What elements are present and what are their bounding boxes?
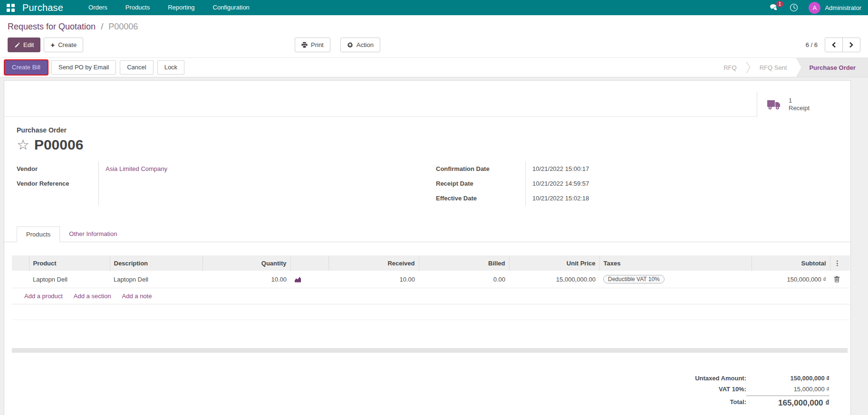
statusbar: Create Bill Send PO by Email Cancel Lock…: [0, 57, 868, 77]
optional-columns-toggle[interactable]: ⋮: [830, 255, 850, 271]
status-step-rfq-sent[interactable]: RFQ Sent: [751, 58, 796, 77]
add-a-note-link[interactable]: Add a note: [122, 292, 152, 300]
notebook-tabs: Products Other Information: [4, 226, 850, 242]
form-sheet: 1 Receipt Purchase Order ☆ P00006 Vendor…: [4, 80, 851, 415]
add-a-section-link[interactable]: Add a section: [74, 292, 111, 300]
receipt-label: Receipt: [789, 104, 810, 112]
cancel-button[interactable]: Cancel: [120, 60, 153, 75]
nav-menu-orders[interactable]: Orders: [79, 0, 116, 15]
effective-date-value: 10/21/2022 15:02:18: [525, 191, 838, 206]
receipt-smart-button[interactable]: 1 Receipt: [757, 92, 850, 117]
app-brand[interactable]: Purchase: [22, 2, 63, 13]
status-step-purchase-order[interactable]: Purchase Order: [796, 58, 868, 77]
pager-count: 6 / 6: [806, 41, 818, 48]
avatar: A: [809, 2, 820, 14]
order-lines-table: Product Description Quantity Received Bi…: [12, 255, 850, 336]
forecast-chart-icon[interactable]: [294, 276, 325, 283]
status-step-rfq[interactable]: RFQ: [714, 58, 745, 77]
messages-count-badge: 1: [776, 1, 784, 7]
create-button-label: Create: [58, 41, 77, 49]
taxes-column-header: Taxes: [599, 255, 752, 271]
create-button[interactable]: + Create: [44, 38, 83, 52]
page-title: P00006: [34, 137, 83, 153]
subtotal-column-header: Subtotal: [752, 255, 830, 271]
forecast-column-header: [290, 255, 328, 271]
trash-icon[interactable]: [834, 276, 846, 283]
table-add-row: Add a product Add a section Add a note: [12, 288, 850, 304]
untaxed-amount-value: 150,000,000 ₫: [746, 373, 829, 384]
empty-row: [12, 320, 850, 336]
vendor-label: Vendor: [17, 161, 98, 176]
action-button-label: Action: [357, 41, 374, 49]
row-handle-cell[interactable]: [12, 271, 29, 288]
plus-icon: +: [50, 42, 55, 48]
vat-label: VAT 10%:: [695, 384, 746, 395]
create-bill-button[interactable]: Create Bill: [5, 60, 48, 75]
product-column-header: Product: [29, 255, 110, 271]
taxes-cell[interactable]: Deductible VAT 10%: [599, 271, 752, 288]
nav-menu-reporting[interactable]: Reporting: [159, 0, 203, 15]
description-cell[interactable]: Laptopn Dell: [110, 271, 203, 288]
favorite-star-icon[interactable]: ☆: [17, 138, 29, 152]
gear-icon: [347, 42, 353, 48]
form-view-area: 1 Receipt Purchase Order ☆ P00006 Vendor…: [0, 77, 868, 415]
chevron-left-icon: [831, 42, 836, 48]
vendor-reference-value: [98, 176, 419, 191]
product-cell[interactable]: Laptopn Dell: [29, 271, 110, 288]
breadcrumb-current: P00006: [108, 22, 138, 31]
smart-button-box: 1 Receipt: [4, 81, 850, 117]
edit-button-label: Edit: [23, 41, 34, 49]
vendor-link[interactable]: Asia Limited Company: [106, 165, 167, 172]
table-header-row: Product Description Quantity Received Bi…: [12, 255, 850, 271]
apps-menu-icon[interactable]: [7, 4, 15, 12]
nav-menu-configuration[interactable]: Configuration: [204, 0, 259, 15]
pager-previous-button[interactable]: [825, 38, 843, 52]
tab-products[interactable]: Products: [17, 226, 60, 242]
edit-button[interactable]: Edit: [8, 38, 40, 52]
received-cell[interactable]: 10.00: [328, 271, 419, 288]
messages-button[interactable]: 1: [770, 4, 779, 11]
table-row: Laptopn Dell Laptopn Dell 10.00 10.00 0.…: [12, 271, 850, 288]
truck-icon: [767, 99, 781, 110]
receipt-count: 1: [789, 97, 810, 104]
top-navbar: Purchase Orders Products Reporting Confi…: [0, 0, 868, 15]
unit-price-cell[interactable]: 15,000,000.00: [509, 271, 599, 288]
user-menu[interactable]: A Administrator: [809, 2, 861, 14]
vat-value: 15,000,000 ₫: [746, 384, 829, 395]
print-button-label: Print: [311, 41, 324, 49]
breadcrumb-parent-link[interactable]: Requests for Quotation: [8, 22, 96, 31]
breadcrumb-divider: /: [101, 22, 103, 31]
untaxed-amount-label: Untaxed Amount:: [695, 373, 746, 384]
nav-menu-products[interactable]: Products: [116, 0, 159, 15]
quantity-column-header: Quantity: [203, 255, 290, 271]
horizontal-scrollbar[interactable]: [12, 348, 848, 353]
chevron-right-icon: [849, 42, 854, 48]
send-po-by-email-button[interactable]: Send PO by Email: [51, 60, 116, 75]
unit-price-column-header: Unit Price: [509, 255, 599, 271]
action-button[interactable]: Action: [340, 38, 380, 52]
user-name: Administrator: [825, 4, 861, 11]
forecast-cell: [290, 271, 328, 288]
receipt-date-value: 10/21/2022 14:59:57: [525, 176, 838, 191]
add-a-product-link[interactable]: Add a product: [24, 292, 63, 300]
activities-button[interactable]: [790, 3, 798, 12]
totals-block: Untaxed Amount: 150,000,000 ₫ VAT 10%: 1…: [4, 373, 829, 410]
effective-date-label: Effective Date: [436, 191, 525, 206]
billed-cell[interactable]: 0.00: [419, 271, 509, 288]
confirmation-date-label: Confirmation Date: [436, 161, 525, 176]
tab-other-information[interactable]: Other Information: [60, 226, 126, 242]
step-separator-icon: [746, 58, 751, 77]
print-button[interactable]: Print: [295, 38, 330, 52]
subtotal-cell[interactable]: 150,000,000 ₫: [752, 271, 830, 288]
quantity-cell[interactable]: 10.00: [203, 271, 290, 288]
breadcrumb: Requests for Quotation / P00006: [8, 22, 860, 32]
lock-button[interactable]: Lock: [157, 60, 184, 75]
confirmation-date-value: 10/21/2022 15:00:17: [525, 161, 838, 176]
receipt-date-label: Receipt Date: [436, 176, 525, 191]
vendor-reference-label: Vendor Reference: [17, 176, 98, 191]
pencil-icon: [14, 42, 20, 48]
received-column-header: Received: [328, 255, 419, 271]
total-value: 165,000,000 ₫: [746, 396, 829, 410]
control-panel: Requests for Quotation / P00006 Edit + C…: [0, 15, 868, 57]
pager-next-button[interactable]: [842, 38, 860, 52]
